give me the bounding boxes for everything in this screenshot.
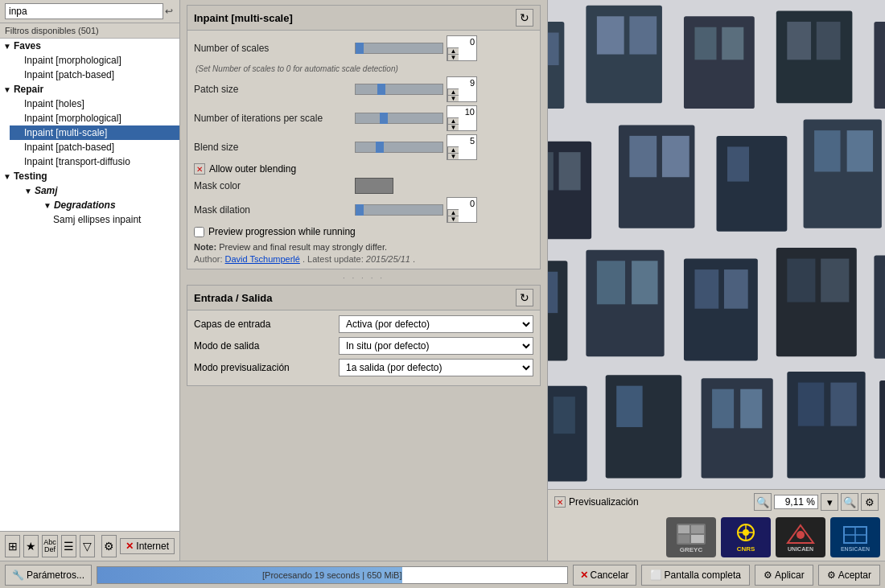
param-value-iterations[interactable]: [447, 106, 476, 117]
spin-up-blend[interactable]: ▲: [447, 146, 459, 153]
greyc-label: GREYC: [680, 546, 702, 553]
degradations-children: Samj ellipses inpaint: [29, 212, 179, 227]
preview-checkbox-row: ✕ Previsualización: [554, 496, 639, 508]
preview-checkbox[interactable]: [194, 227, 204, 237]
preview-toggle[interactable]: ✕: [554, 496, 566, 508]
outer-blending-checkbox[interactable]: ✕: [194, 163, 205, 175]
group-samj[interactable]: ▼ Samj: [10, 183, 179, 198]
item-inpaint-holes[interactable]: Inpaint [holes]: [10, 97, 179, 111]
settings-btn[interactable]: ⚙: [101, 535, 117, 557]
cancel-btn[interactable]: ✕ Cancelar: [573, 565, 636, 586]
zoom-out-btn[interactable]: 🔍: [754, 493, 772, 511]
param-slider-container-blend: ▲ ▼: [355, 134, 477, 160]
filter-btn[interactable]: ▽: [80, 535, 95, 557]
io-refresh-btn[interactable]: ↻: [516, 289, 533, 306]
spin-down-iter[interactable]: ▼: [447, 124, 459, 130]
param-value-box-scales: ▲ ▼: [447, 35, 477, 61]
note-prefix: Note:: [194, 242, 216, 252]
mask-color-label: Mask color: [194, 180, 355, 191]
param-slider-container-scales: ▲ ▼: [355, 35, 477, 61]
param-value-patch[interactable]: [447, 77, 476, 88]
spin-up-patch[interactable]: ▲: [447, 88, 459, 95]
params-btn[interactable]: 🔧 Parámetros...: [5, 565, 92, 586]
io-select-modo[interactable]: In situ (por defecto): [339, 337, 533, 355]
zoom-dropdown-btn[interactable]: ▾: [821, 493, 838, 511]
preview-row: Preview progression while running: [194, 226, 533, 237]
io-row-preview-mode: Modo previsualización 1a salida (por def…: [194, 359, 533, 376]
group-samj-label: Samj: [35, 185, 58, 196]
arrow-degradations: ▼: [43, 201, 51, 210]
internet-btn[interactable]: ✕ Internet: [120, 538, 175, 554]
spin-up-iter[interactable]: ▲: [447, 117, 459, 124]
param-slider-container-dilation: ▲ ▼: [355, 197, 477, 223]
text-filter-btn[interactable]: AbcDef: [42, 535, 57, 557]
param-row-dilation: Mask dilation ▲ ▼: [194, 197, 533, 223]
plugin-header: Inpaint [multi-scale] ↻: [187, 6, 540, 31]
param-row-iterations: Number of iterations per scale ▲ ▼: [194, 105, 533, 131]
apply-btn[interactable]: ⚙ Aplicar: [755, 565, 813, 586]
add-filter-btn[interactable]: ⊞: [5, 535, 20, 557]
item-inpaint-patch2[interactable]: Inpaint [patch-based]: [10, 140, 179, 154]
svg-rect-56: [548, 0, 885, 489]
progress-bar-container: [Procesando 19 seconds | 650 MiB]: [97, 566, 568, 584]
spin-down-dilation[interactable]: ▼: [447, 216, 459, 222]
param-slider-iterations[interactable]: [355, 113, 443, 124]
io-row-modo: Modo de salida In situ (por defecto): [194, 337, 533, 355]
zoom-in-btn[interactable]: 🔍: [841, 493, 858, 511]
note-box: Note: Preview and final result may stron…: [194, 242, 533, 252]
param-slider-dilation[interactable]: [355, 204, 443, 216]
testing-children: ▼ Samj ▼ Degradations Samj ellipses inpa…: [0, 183, 179, 227]
search-input[interactable]: [5, 3, 163, 19]
spin-up-dilation[interactable]: ▲: [447, 209, 459, 216]
io-row-capas: Capas de entrada Activa (por defecto): [194, 315, 533, 333]
search-clear-btn[interactable]: ↩: [163, 4, 175, 19]
item-inpaint-multi[interactable]: Inpaint [multi-scale]: [10, 125, 179, 140]
logo-unicaen: UNICAEN: [776, 517, 825, 557]
io-select-preview-mode[interactable]: 1a salida (por defecto): [339, 359, 533, 376]
repair-children: Inpaint [holes] Inpaint [morphological] …: [0, 97, 179, 169]
fullscreen-btn[interactable]: ⬜ Pantalla completa: [641, 565, 750, 586]
group-repair[interactable]: ▼ Repair: [0, 82, 179, 97]
status-text: [Procesando 19 seconds | 650 MiB]: [262, 570, 401, 580]
arrow-faves: ▼: [3, 42, 11, 51]
io-label-preview-mode: Modo previsualización: [194, 362, 339, 373]
param-value-blend[interactable]: [447, 135, 476, 146]
fave-btn[interactable]: ★: [23, 535, 39, 557]
io-select-capas[interactable]: Activa (por defecto): [339, 315, 533, 333]
param-slider-patch[interactable]: [355, 84, 443, 95]
mask-color-swatch[interactable]: [355, 178, 393, 194]
spin-down-patch[interactable]: ▼: [447, 95, 459, 101]
filter-label: Filtros disponibles (501): [0, 23, 179, 39]
zoom-input[interactable]: [774, 495, 818, 509]
group-testing[interactable]: ▼ Testing: [0, 169, 179, 183]
sort-btn[interactable]: ☰: [61, 535, 76, 557]
search-bar: ↩: [0, 0, 179, 23]
param-value-scales[interactable]: [447, 36, 476, 47]
param-slider-blend[interactable]: [355, 142, 443, 153]
spin-down-blend[interactable]: ▼: [447, 153, 459, 159]
param-value-box-patch: ▲ ▼: [447, 76, 477, 102]
item-inpaint-patch[interactable]: Inpaint [patch-based]: [10, 68, 179, 82]
spin-up-scales[interactable]: ▲: [447, 47, 459, 54]
param-slider-scales[interactable]: [355, 43, 443, 54]
group-faves[interactable]: ▼ Faves: [0, 39, 179, 53]
param-value-dilation[interactable]: [447, 198, 476, 209]
preview-controls: ✕ Previsualización 🔍 ▾ 🔍 ⚙: [548, 489, 885, 514]
plugin-refresh-btn[interactable]: ↻: [516, 9, 533, 27]
svg-point-67: [796, 531, 805, 539]
author-link[interactable]: David Tschumperlé: [225, 254, 300, 264]
fullscreen-icon: ⬜: [650, 569, 662, 581]
ensicaen-label: ENSICAEN: [841, 546, 870, 552]
accept-icon: ⚙: [827, 569, 836, 581]
spin-down-scales[interactable]: ▼: [447, 54, 459, 60]
author-date: 2015/25/11: [366, 254, 410, 264]
group-degradations[interactable]: ▼ Degradations: [29, 198, 179, 212]
zoom-fit-btn[interactable]: ⚙: [861, 493, 879, 511]
building-svg: [548, 0, 885, 489]
item-samj-ellipses[interactable]: Samj ellipses inpaint: [48, 212, 179, 227]
accept-btn[interactable]: ⚙ Aceptar: [818, 565, 880, 586]
item-inpaint-transport[interactable]: Inpaint [transport-diffusio: [10, 154, 179, 169]
item-inpaint-morph[interactable]: Inpaint [morphological]: [10, 53, 179, 68]
item-inpaint-morph2[interactable]: Inpaint [morphological]: [10, 111, 179, 125]
section-drag-dots[interactable]: · · · · ·: [180, 273, 547, 283]
